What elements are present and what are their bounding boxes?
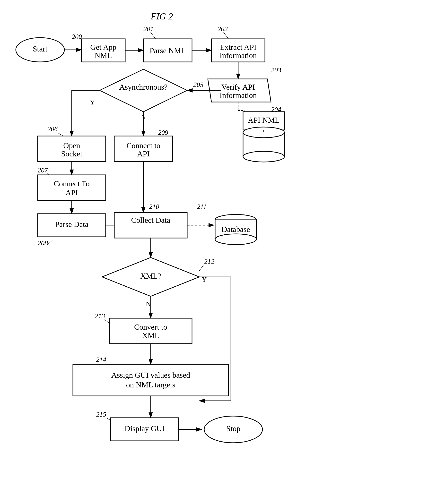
node-213: Convert to (134, 323, 167, 331)
ref-203: 203 (271, 66, 281, 74)
diagram-container: FIG 2 Start 200 Get App NML 201 Parse NM… (0, 0, 428, 504)
ref-210: 210 (149, 203, 159, 210)
ref-212: 212 (204, 257, 214, 265)
node-215: Display GUI (125, 424, 165, 433)
svg-rect-53 (73, 364, 228, 396)
ref-211: 211 (197, 203, 207, 210)
node-207: Connect To (54, 179, 89, 188)
ref-215: 215 (96, 410, 106, 418)
start-node: Start (33, 44, 48, 53)
ref-209: 209 (158, 129, 168, 136)
ref-201: 201 (143, 25, 154, 33)
ref-202: 202 (218, 25, 228, 33)
node-xml: XML? (140, 272, 161, 280)
node-210: Collect Data (131, 216, 170, 224)
node-verify-api-2: Information (220, 91, 257, 100)
ref-214: 214 (96, 356, 106, 363)
ref-205: 205 (193, 81, 203, 88)
node-201: Parse NML (150, 46, 186, 55)
ref-213: 213 (95, 312, 105, 320)
stop-node: Stop (226, 424, 241, 433)
node-202-2: Information (220, 51, 257, 60)
node-209-2: API (137, 149, 150, 158)
diagram-title: FIG 2 (150, 11, 173, 21)
node-211: Database (221, 225, 250, 234)
node-214: Assign GUI values based (111, 371, 190, 379)
node-verify-api: Verify API (221, 83, 255, 91)
node-214-2: on NML targets (126, 380, 175, 389)
node-202: Extract API (220, 43, 256, 51)
node-200-2: NML (95, 51, 112, 60)
svg-point-40 (215, 234, 256, 245)
ref-206: 206 (47, 125, 58, 133)
node-206-2: Socket (61, 149, 82, 158)
ref-207: 207 (38, 166, 48, 174)
node-213-2: XML (142, 331, 159, 340)
node-asynchronous: Asynchronous? (119, 83, 167, 91)
node-api-nml: API NML (248, 116, 280, 124)
label-y-async: Y (90, 98, 95, 106)
svg-point-20 (243, 151, 284, 162)
ref-208: 208 (38, 239, 48, 247)
label-n-xml: N (146, 300, 151, 308)
ref-200: 200 (72, 33, 82, 40)
node-206: Open (63, 141, 80, 150)
node-parse-data: Parse Data (55, 220, 88, 229)
node-207-2: API (65, 188, 78, 197)
node-209: Connect to (126, 141, 160, 150)
node-200: Get App (90, 43, 116, 51)
